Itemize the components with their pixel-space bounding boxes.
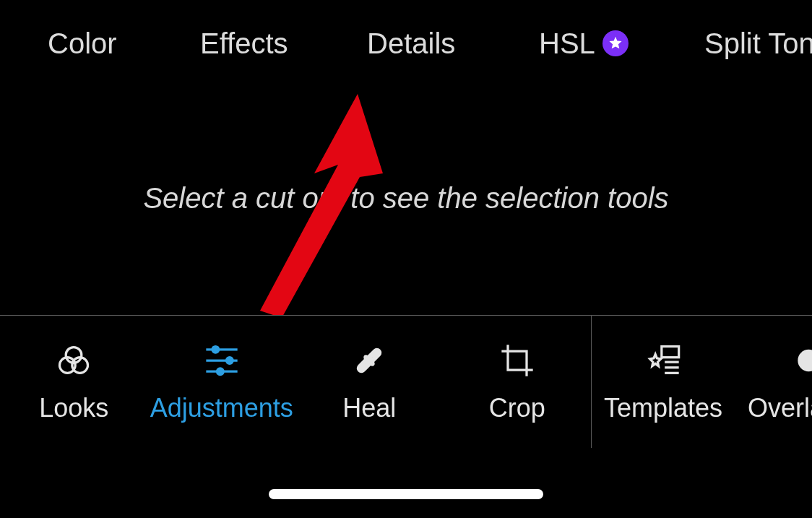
canvas-placeholder-text: Select a cut out to see the selection to… [0, 182, 812, 215]
overlays-button[interactable]: Overlays [735, 316, 812, 448]
bottom-toolbar: Looks Adjustments [0, 315, 812, 448]
svg-point-14 [371, 355, 373, 358]
toolbar-extras-group: Templates Overlays [591, 316, 812, 448]
templates-label: Templates [604, 393, 722, 423]
svg-point-9 [217, 368, 223, 374]
svg-point-11 [365, 355, 367, 358]
templates-button[interactable]: Templates [592, 316, 735, 448]
looks-icon [54, 341, 93, 380]
premium-star-icon [602, 30, 629, 56]
tab-details[interactable]: Details [367, 27, 455, 60]
sliders-icon [202, 341, 241, 380]
svg-rect-15 [662, 346, 679, 357]
overlays-label: Overlays [748, 393, 812, 423]
looks-button[interactable]: Looks [0, 316, 148, 448]
crop-label: Crop [489, 393, 545, 423]
crop-button[interactable]: Crop [444, 316, 592, 448]
tab-color[interactable]: Color [48, 27, 117, 60]
toolbar-edit-group: Looks Adjustments [0, 316, 591, 448]
home-indicator [269, 489, 543, 499]
tab-effects[interactable]: Effects [200, 27, 288, 60]
tab-split-tone[interactable]: Split Tone [704, 27, 812, 60]
heal-button[interactable]: Heal [295, 316, 444, 448]
bandage-icon [350, 341, 389, 380]
templates-icon [644, 341, 683, 380]
svg-rect-10 [355, 346, 384, 375]
tab-hsl[interactable]: HSL [539, 27, 629, 60]
svg-point-7 [226, 357, 233, 363]
looks-label: Looks [39, 393, 108, 423]
adjustment-category-tabs: Color Effects Details HSL Split Tone [0, 0, 812, 87]
adjustments-button[interactable]: Adjustments [148, 316, 296, 448]
overlays-icon [794, 341, 812, 380]
svg-point-12 [371, 362, 373, 364]
crop-icon [498, 341, 537, 380]
adjustments-label: Adjustments [150, 393, 293, 423]
heal-label: Heal [342, 393, 396, 423]
tab-hsl-label: HSL [539, 27, 595, 60]
svg-point-13 [365, 362, 367, 364]
svg-point-5 [212, 346, 219, 353]
